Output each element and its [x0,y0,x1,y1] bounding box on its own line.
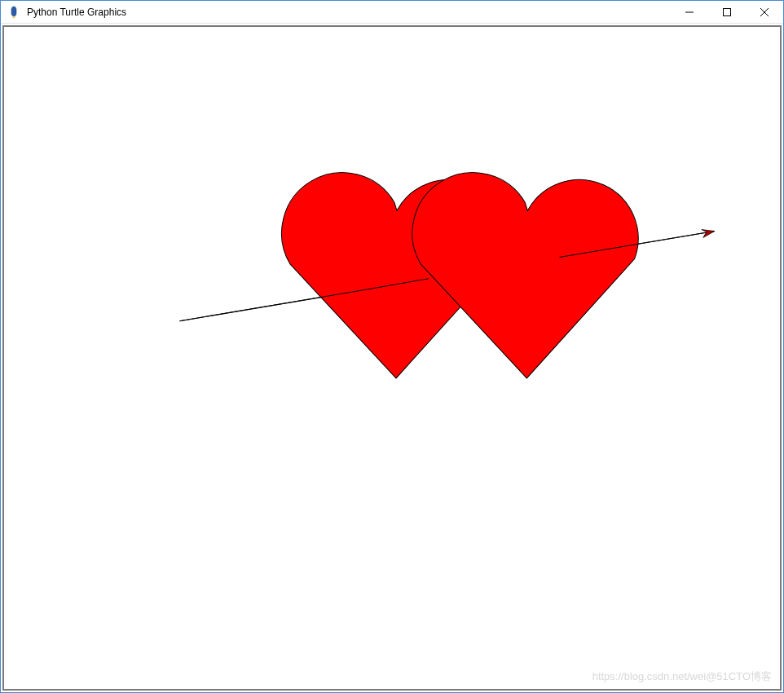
window-controls [671,1,783,23]
heart-right [412,173,638,378]
minimize-button[interactable] [671,1,708,23]
window-title: Python Turtle Graphics [27,7,671,18]
svg-marker-5 [702,230,715,238]
turtle-drawing [4,27,780,689]
close-icon [760,8,769,16]
close-button[interactable] [746,1,783,23]
turtle-canvas: https://blog.csdn.net/wei@51CTO博客 [2,25,782,691]
titlebar[interactable]: Python Turtle Graphics [1,1,783,24]
maximize-icon [723,8,731,16]
content-frame: https://blog.csdn.net/wei@51CTO博客 [1,24,783,692]
turtle-app-icon [7,6,20,19]
svg-point-0 [13,15,15,17]
maximize-button[interactable] [708,1,746,23]
arrow-head [702,230,715,238]
minimize-icon [685,8,694,16]
app-window: Python Turtle Graphics [0,0,784,693]
svg-rect-2 [724,8,731,15]
